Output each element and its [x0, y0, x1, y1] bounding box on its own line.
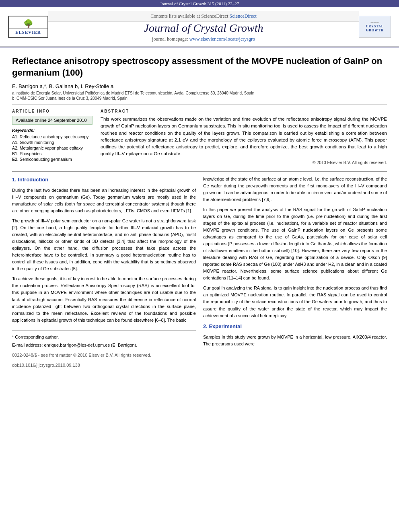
contents-label: Contents lists available at ScienceDirec… — [150, 13, 228, 19]
issn: 0022-0248/$ - see front matter © 2010 El… — [12, 352, 196, 359]
keywords-title: Keywords: — [12, 128, 93, 133]
section1-para3: To achieve these goals, it is of key int… — [12, 275, 196, 323]
page-wrapper: Journal of Crystal Growth 315 (2011) 22–… — [0, 0, 399, 532]
abstract-col: ABSTRACT This work summarizes the observ… — [101, 109, 387, 165]
section2-title: 2. Experimental — [203, 322, 387, 331]
elsevier-label: ELSEVIER — [9, 29, 47, 35]
keyword-2: A1. Growth monitoring — [12, 140, 93, 145]
body-columns: 1. Introduction During the last two deca… — [12, 176, 387, 372]
footnote-email: E-mail address: enrique.barrigon@ies-def… — [12, 342, 196, 349]
elsevier-tree-icon: 🌳 — [23, 19, 33, 29]
keyword-4: B1. Phosphides — [12, 151, 93, 156]
keyword-1: A1. Reflectance anisotropy spectroscopy — [12, 134, 93, 139]
crystal-growth-logo: ▬▬▬ CRYSTAL GROWTH — [359, 16, 391, 38]
divider-1 — [12, 105, 387, 105]
section1-title: 1. Introduction — [12, 176, 196, 184]
journal-title-area: Contents lists available at ScienceDirec… — [48, 11, 359, 42]
footnote-corresponding: * Corresponding author. — [12, 334, 196, 341]
affiliation-a: a Instituto de Energía Solar, Universida… — [12, 91, 387, 95]
available-online: Available online 24 September 2010 — [12, 116, 93, 125]
copyright-line: © 2010 Elsevier B.V. All rights reserved… — [101, 160, 387, 165]
journal-title: Journal of Crystal Growth — [48, 22, 359, 35]
section1-para2: The growth of III–V polar semiconductor … — [12, 218, 196, 272]
homepage-label: journal homepage: — [152, 36, 188, 42]
article-meta: ARTICLE INFO Available online 24 Septemb… — [12, 109, 387, 165]
section1-col2-para1: knowledge of the state of the surface at… — [203, 176, 387, 203]
affiliations: a Instituto de Energía Solar, Universida… — [12, 91, 387, 101]
homepage-url[interactable]: www.elsevier.com/locate/jcrysgro — [189, 36, 255, 42]
article-title: Reflectance anisotropy spectroscopy asse… — [12, 55, 387, 78]
section1-col2-para2: In this paper we present the analysis of… — [203, 206, 387, 282]
section1-para1: During the last two decades there has be… — [12, 187, 196, 214]
section2-para1: Samples in this study were grown by MOVP… — [203, 334, 387, 347]
body-col-right: knowledge of the state of the surface at… — [203, 176, 387, 372]
footnote-email-value: enrique.barrigon@ies-def.upm.es (E. Barr… — [44, 343, 137, 347]
author-names: E. Barrigon a,*, B. Galiana b, I. Rey-St… — [12, 83, 113, 89]
crystal-growth-label: CRYSTAL GROWTH — [366, 25, 384, 32]
elsevier-logo: 🌳 ELSEVIER — [8, 16, 48, 38]
sciencedirect-link[interactable]: ScienceDirect — [229, 13, 256, 19]
section1-col2-para3: Our goal in analyzing the RA signal is t… — [203, 285, 387, 319]
keyword-3: A2. Metalorganic vapor phase epitaxy — [12, 146, 93, 150]
abstract-text: This work summarizes the observations ma… — [101, 116, 387, 158]
keywords-list: A1. Reflectance anisotropy spectroscopy … — [12, 134, 93, 162]
abstract-title: ABSTRACT — [101, 109, 387, 113]
header-content: 🌳 ELSEVIER Contents lists available at S… — [0, 7, 399, 47]
journal-header: Journal of Crystal Growth 315 (2011) 22–… — [0, 0, 399, 47]
keyword-5: E2. Semiconducting germanium — [12, 157, 93, 162]
journal-citation: Journal of Crystal Growth 315 (2011) 22–… — [160, 1, 239, 6]
contents-bar: Contents lists available at ScienceDirec… — [48, 11, 359, 22]
body-col-left: 1. Introduction During the last two deca… — [12, 176, 196, 372]
footnote-email-label: E-mail address: — [12, 343, 43, 347]
journal-homepage: journal homepage: www.elsevier.com/locat… — [48, 36, 359, 42]
authors: E. Barrigon a,*, B. Galiana b, I. Rey-St… — [12, 83, 387, 89]
issn-bar: 0022-0248/$ - see front matter © 2010 El… — [12, 352, 196, 369]
affiliation-b: b ICMM-CSIC Sor Juana Ines de la Cruz 3,… — [12, 96, 387, 101]
journal-top-bar: Journal of Crystal Growth 315 (2011) 22–… — [0, 0, 399, 7]
doi: doi:10.1016/j.jcrysgro.2010.09.138 — [12, 362, 196, 369]
article-body: Reflectance anisotropy spectroscopy asse… — [0, 47, 399, 380]
divider-2 — [12, 171, 387, 172]
footnote-area: * Corresponding author. E-mail address: … — [12, 330, 196, 349]
article-info: ARTICLE INFO Available online 24 Septemb… — [12, 109, 93, 165]
article-info-title: ARTICLE INFO — [12, 109, 93, 113]
